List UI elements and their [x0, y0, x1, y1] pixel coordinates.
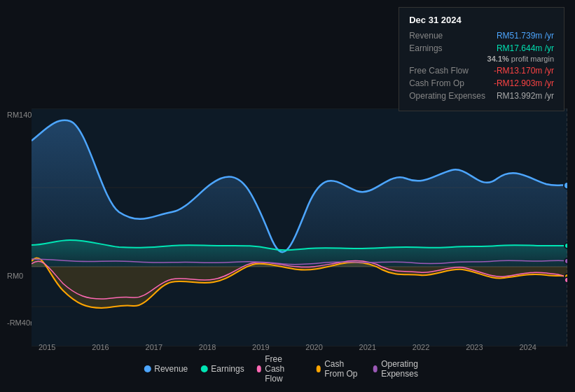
x-label-2018: 2018	[199, 343, 216, 351]
y-label-zero: RM0	[7, 272, 23, 280]
svg-point-11	[564, 258, 567, 264]
x-label-2022: 2022	[413, 343, 429, 351]
tooltip-fcf-value: -RM13.170m /yr	[494, 66, 554, 76]
tooltip-revenue-row: Revenue RM51.739m /yr	[409, 31, 554, 41]
x-label-2017: 2017	[146, 343, 162, 351]
tooltip-earnings-value: RM17.644m /yr	[497, 43, 554, 53]
legend-earnings[interactable]: Earnings	[200, 364, 244, 374]
tooltip-opex-value: RM13.992m /yr	[497, 91, 554, 101]
legend-opex-dot	[373, 365, 378, 372]
x-label-2020: 2020	[305, 343, 322, 351]
legend-cashfromop-dot	[317, 365, 321, 372]
tooltip-opex-label: Operating Expenses	[409, 91, 485, 101]
tooltip-fcf-row: Free Cash Flow -RM13.170m /yr	[409, 66, 554, 76]
svg-point-8	[564, 243, 567, 248]
x-label-2024: 2024	[519, 343, 536, 351]
tooltip-earnings-label: Earnings	[409, 43, 442, 53]
x-label-2016: 2016	[92, 343, 109, 351]
legend-opex-label: Operating Expenses	[381, 359, 431, 379]
tooltip-profit-margin: 34.1% profit margin	[409, 55, 554, 63]
chart-legend: Revenue Earnings Free Cash Flow Cash Fro…	[144, 354, 431, 384]
tooltip-fcf-label: Free Cash Flow	[409, 66, 469, 76]
tooltip-cashfromop-label: Cash From Op	[409, 78, 464, 88]
legend-earnings-dot	[200, 365, 207, 372]
x-label-2021: 2021	[359, 343, 376, 351]
tooltip-revenue-label: Revenue	[409, 31, 443, 41]
svg-point-7	[564, 182, 567, 189]
x-label-2023: 2023	[466, 343, 483, 351]
x-label-2019: 2019	[252, 343, 269, 351]
svg-point-10	[564, 277, 567, 283]
chart-container: Dec 31 2024 Revenue RM51.739m /yr Earnin…	[0, 0, 575, 392]
legend-earnings-label: Earnings	[211, 364, 244, 374]
legend-fcf-dot	[257, 365, 262, 372]
legend-revenue-dot	[144, 365, 151, 372]
tooltip-cashfromop-value: -RM12.903m /yr	[494, 78, 554, 88]
legend-cashfromop[interactable]: Cash From Op	[317, 359, 361, 379]
tooltip-box: Dec 31 2024 Revenue RM51.739m /yr Earnin…	[399, 7, 564, 111]
x-label-2015: 2015	[39, 343, 55, 351]
tooltip-opex-row: Operating Expenses RM13.992m /yr	[409, 91, 554, 101]
legend-fcf-label: Free Cash Flow	[265, 354, 303, 384]
tooltip-date: Dec 31 2024	[409, 15, 554, 25]
tooltip-revenue-value: RM51.739m /yr	[497, 31, 554, 41]
legend-revenue[interactable]: Revenue	[144, 364, 188, 374]
tooltip-cashfromop-row: Cash From Op -RM12.903m /yr	[409, 78, 554, 88]
legend-fcf[interactable]: Free Cash Flow	[257, 354, 304, 384]
tooltip-earnings-row: Earnings RM17.644m /yr	[409, 43, 554, 53]
legend-cashfromop-label: Cash From Op	[324, 359, 360, 379]
legend-revenue-label: Revenue	[154, 364, 188, 374]
chart-svg	[32, 108, 567, 346]
legend-opex[interactable]: Operating Expenses	[373, 359, 431, 379]
x-axis-labels: 2015 2016 2017 2018 2019 2020 2021 2022 …	[0, 343, 575, 351]
